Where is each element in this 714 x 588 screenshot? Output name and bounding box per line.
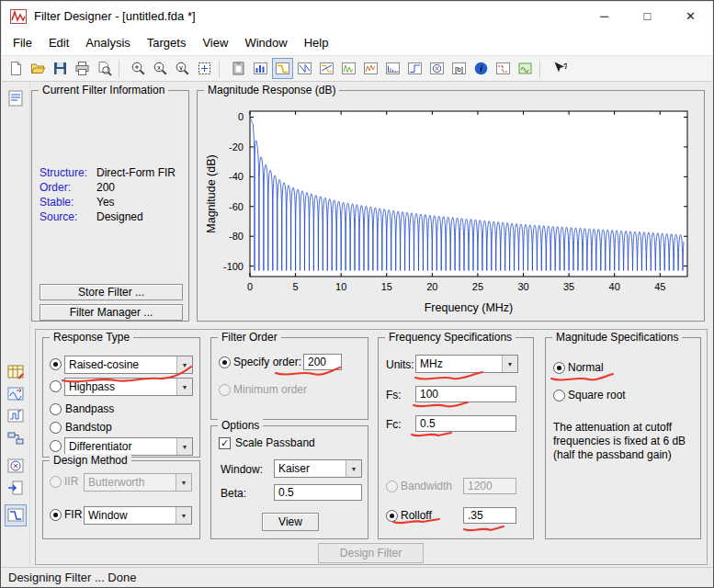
iir-label: IIR	[64, 475, 78, 488]
chevron-down-icon[interactable]	[176, 474, 191, 491]
filter-information-icon[interactable]: i	[470, 58, 492, 79]
svg-text:35: 35	[563, 281, 574, 292]
units-combo[interactable]: MHz	[415, 355, 518, 373]
bandpass-radio[interactable]	[50, 403, 62, 415]
full-view-icon[interactable]	[194, 58, 215, 79]
raised-cosine-radio[interactable]	[50, 358, 62, 370]
rolloff-radio[interactable]	[386, 510, 398, 522]
phase-response-icon[interactable]	[294, 58, 315, 79]
bandpass-label: Bandpass	[65, 402, 114, 415]
fir-method-combo[interactable]: Window	[84, 506, 192, 525]
source-value: Designed	[96, 210, 143, 223]
status-text: Designing Filter ... Done	[8, 571, 136, 584]
menu-analysis[interactable]: Analysis	[77, 32, 138, 53]
filter-coefficients-icon[interactable]: [b]	[448, 58, 470, 79]
magnitude-response-icon[interactable]	[272, 58, 293, 79]
store-filter-button[interactable]: Store Filter ...	[40, 284, 183, 300]
multirate-icon[interactable]	[5, 405, 27, 427]
design-filter-panel-icon[interactable]	[5, 504, 27, 526]
attenuation-note: The attenuation at cutoff frequencies is…	[553, 421, 693, 462]
view-button[interactable]: View	[262, 513, 319, 531]
chevron-down-icon[interactable]	[176, 356, 192, 373]
lowpass-type-combo[interactable]: Raised-cosine	[64, 356, 193, 374]
print-preview-icon[interactable]	[94, 58, 115, 79]
filter-manager-icon[interactable]	[250, 58, 271, 79]
save-session-icon[interactable]	[50, 58, 71, 79]
new-session-icon[interactable]	[6, 58, 27, 79]
response-type-panel: Response Type Raised-cosine Highpass Ban…	[42, 337, 200, 458]
rolloff-input[interactable]: .35	[463, 507, 516, 524]
group-delay-icon[interactable]	[338, 58, 359, 79]
phase-delay-icon[interactable]	[360, 58, 381, 79]
close-button[interactable]: ✕	[669, 2, 712, 30]
design-method-panel: Design Method IIR Butterworth FIR Window	[42, 460, 200, 539]
zoom-in-icon[interactable]	[128, 58, 149, 79]
zoom-y-icon[interactable]: y	[172, 58, 193, 79]
scale-passband-label: Scale Passband	[235, 436, 315, 449]
iir-method-combo[interactable]: Butterworth	[84, 473, 192, 492]
transform-filter-icon[interactable]	[5, 383, 27, 405]
fc-label: Fc:	[386, 418, 402, 431]
menu-help[interactable]: Help	[296, 32, 337, 53]
context-help-icon[interactable]: ?	[549, 58, 570, 79]
differentiator-radio[interactable]	[50, 440, 62, 452]
menu-view[interactable]: View	[194, 32, 236, 53]
filter-specs-icon[interactable]	[5, 87, 27, 109]
iir-radio[interactable]	[50, 476, 62, 488]
scale-passband-checkbox[interactable]	[219, 437, 231, 449]
menu-edit[interactable]: Edit	[40, 32, 77, 53]
fc-input[interactable]: 0.5	[415, 415, 516, 432]
minimum-order-radio[interactable]	[219, 384, 231, 396]
import-filter-icon[interactable]	[5, 477, 27, 499]
frequency-specifications-panel: Frequency Specifications Units: MHz Fs: …	[378, 337, 534, 539]
bandstop-radio[interactable]	[50, 422, 62, 434]
highpass-radio[interactable]	[50, 380, 62, 392]
menu-window[interactable]: Window	[236, 32, 295, 53]
structure-value: Direct-Form FIR	[96, 166, 176, 179]
minimize-button[interactable]: ─	[583, 2, 626, 30]
impulse-response-icon[interactable]	[382, 58, 403, 79]
svg-text:Frequency (MHz): Frequency (MHz)	[425, 301, 514, 314]
svg-text:-40: -40	[229, 171, 244, 182]
normal-radio[interactable]	[553, 362, 565, 374]
fs-input[interactable]: 100	[415, 386, 516, 402]
menu-file[interactable]: File	[5, 32, 40, 53]
titlebar[interactable]: Filter Designer - [untitled.fda *] ─ □ ✕	[2, 2, 712, 30]
current-filter-information-panel: Current Filter Information Structure: Di…	[31, 90, 189, 322]
pole-zero-plot-icon[interactable]	[426, 58, 448, 79]
chevron-down-icon[interactable]	[176, 438, 192, 455]
panel-title: Design Method	[50, 454, 131, 467]
fir-radio[interactable]	[50, 509, 62, 521]
svg-text:i: i	[480, 63, 482, 74]
design-filter-button[interactable]: Design Filter	[318, 543, 424, 563]
print-icon[interactable]	[72, 58, 93, 79]
combo-value: Raised-cosine	[65, 358, 176, 371]
spec-mask-icon[interactable]	[493, 58, 514, 79]
open-session-icon[interactable]	[28, 58, 49, 79]
sos-view-icon[interactable]	[515, 58, 536, 79]
maximize-button[interactable]: □	[626, 2, 669, 30]
differentiator-combo[interactable]: Differentiator	[64, 437, 193, 456]
zoom-x-icon[interactable]: x	[150, 58, 171, 79]
bandwidth-input[interactable]: 1200	[463, 478, 516, 494]
svg-text:0: 0	[238, 111, 244, 122]
highpass-type-combo[interactable]: Highpass	[64, 378, 193, 396]
chevron-down-icon[interactable]	[176, 507, 191, 524]
chevron-down-icon[interactable]	[502, 356, 517, 372]
pole-zero-editor-icon[interactable]	[5, 455, 27, 477]
set-quantization-icon[interactable]	[5, 361, 27, 383]
square-root-radio[interactable]	[553, 390, 565, 401]
chevron-down-icon[interactable]	[176, 379, 192, 395]
realize-model-icon[interactable]	[5, 427, 27, 449]
copy-icon[interactable]	[228, 58, 249, 79]
step-response-icon[interactable]	[404, 58, 425, 79]
specify-order-radio[interactable]	[219, 356, 231, 368]
magnitude-and-phase-icon[interactable]	[316, 58, 337, 79]
filter-manager-button[interactable]: Filter Manager ...	[40, 304, 183, 321]
bandwidth-radio[interactable]	[386, 481, 398, 492]
chevron-down-icon[interactable]	[346, 460, 361, 477]
menu-targets[interactable]: Targets	[139, 32, 195, 53]
window-combo[interactable]: Kaiser	[274, 459, 362, 478]
beta-input[interactable]: 0.5	[274, 484, 362, 501]
specify-order-input[interactable]: 200	[303, 354, 342, 370]
